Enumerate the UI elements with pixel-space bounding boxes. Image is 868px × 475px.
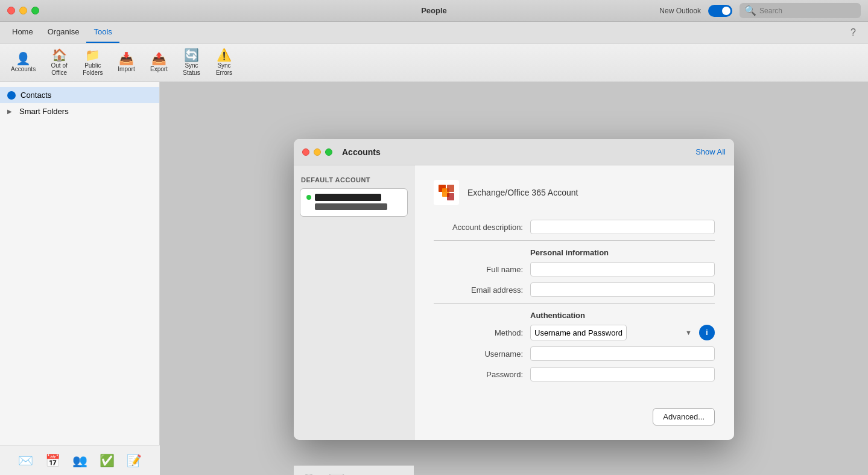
- accounts-icon: 👤: [16, 53, 31, 65]
- dialog-body: Default Account: [294, 165, 734, 440]
- nav-mail-icon[interactable]: ✉️: [18, 453, 33, 468]
- nav-tasks-icon[interactable]: ✅: [100, 453, 115, 468]
- traffic-lights[interactable]: [7, 7, 39, 14]
- account-description-input[interactable]: [530, 220, 715, 234]
- account-name-redacted: [315, 194, 381, 201]
- dialog-right-panel: Exchange/Office 365 Account Account desc…: [414, 165, 734, 440]
- method-select[interactable]: Username and Password OAuth2 Kerberos: [530, 325, 627, 340]
- account-group-label: Default Account: [294, 173, 414, 186]
- sidebar-item-smart-folders[interactable]: ▶ Smart Folders: [0, 103, 159, 120]
- method-select-wrapper: Username and Password OAuth2 Kerberos ▼: [530, 325, 695, 340]
- chevron-down-icon: ▼: [685, 329, 692, 336]
- svg-rect-5: [447, 193, 454, 200]
- export-icon: 📤: [151, 53, 166, 65]
- tab-organise[interactable]: Organise: [40, 22, 87, 43]
- password-label: Password:: [434, 370, 530, 379]
- account-email-redacted: [315, 203, 387, 210]
- office365-icon: [434, 180, 459, 205]
- account-type-header: Exchange/Office 365 Account: [434, 180, 715, 205]
- toolbar-btn-export[interactable]: 📤 Export: [144, 49, 174, 77]
- public-folders-icon: 📁: [85, 49, 100, 61]
- full-name-input[interactable]: [530, 262, 715, 276]
- advanced-button[interactable]: Advanced...: [653, 408, 715, 426]
- new-outlook-label: New Outlook: [659, 7, 701, 15]
- search-bar[interactable]: 🔍: [740, 3, 861, 18]
- form-personal-info-section: Personal information: [434, 248, 715, 257]
- sidebar-item-contacts-label: Contacts: [21, 91, 51, 100]
- minimize-button[interactable]: [19, 7, 27, 14]
- authentication-label: Authentication: [530, 311, 585, 320]
- info-icon: i: [706, 328, 708, 337]
- nav-people-icon[interactable]: 👥: [72, 453, 87, 468]
- title-bar: People New Outlook 🔍: [0, 0, 868, 22]
- svg-rect-4: [447, 185, 454, 192]
- toolbar: 👤 Accounts 🏠 Out of Office 📁 Public Fold…: [0, 43, 868, 82]
- tab-home[interactable]: Home: [5, 22, 40, 43]
- dialog-max-button[interactable]: [325, 148, 332, 156]
- main-layout: Contacts ▶ Smart Folders ✉️ 📅 👥 ✅ 📝: [0, 82, 868, 475]
- password-input[interactable]: [530, 367, 715, 381]
- import-icon: 📥: [119, 53, 134, 65]
- account-type-label: Exchange/Office 365 Account: [467, 188, 578, 197]
- toolbar-tabs: Home Organise Tools ?: [0, 22, 868, 43]
- toolbar-btn-out-of-office[interactable]: 🏠 Out of Office: [44, 45, 74, 80]
- dialog-traffic-lights[interactable]: [302, 148, 332, 156]
- full-name-label: Full name:: [434, 265, 530, 274]
- sync-status-icon: 🔄: [184, 49, 199, 61]
- form-row-full-name: Full name:: [434, 262, 715, 276]
- help-icon[interactable]: ?: [843, 27, 863, 38]
- sidebar-item-contacts[interactable]: Contacts: [0, 87, 159, 103]
- email-address-input[interactable]: [530, 282, 715, 297]
- maximize-button[interactable]: [31, 7, 39, 14]
- account-email: [306, 203, 401, 211]
- account-list-item[interactable]: [300, 188, 408, 217]
- dialog-overlay: Accounts Show All Default Account: [160, 82, 868, 475]
- close-button[interactable]: [7, 7, 15, 14]
- account-description-label: Account description:: [434, 223, 530, 232]
- search-input[interactable]: [759, 7, 856, 15]
- form-row-password: Password:: [434, 367, 715, 381]
- chevron-right-icon: ▶: [7, 108, 14, 115]
- dialog-close-button[interactable]: [302, 148, 309, 156]
- dialog-titlebar: Accounts Show All: [294, 139, 734, 165]
- username-input[interactable]: [530, 346, 715, 361]
- form-row-username: Username:: [434, 346, 715, 361]
- search-icon: 🔍: [744, 5, 756, 16]
- out-of-office-icon: 🏠: [52, 49, 67, 61]
- personal-info-label: Personal information: [530, 248, 609, 257]
- account-item-name: [306, 194, 401, 201]
- form-auth-section: Authentication: [434, 311, 715, 320]
- form-divider-auth: [434, 303, 715, 304]
- sync-errors-icon: ⚠️: [217, 49, 232, 61]
- show-all-button[interactable]: Show All: [695, 147, 726, 156]
- account-status-dot: [306, 195, 311, 200]
- sidebar: Contacts ▶ Smart Folders ✉️ 📅 👥 ✅ 📝: [0, 82, 160, 475]
- sidebar-item-smart-folders-label: Smart Folders: [19, 107, 69, 116]
- form-divider-personal: [434, 240, 715, 241]
- form-row-email: Email address:: [434, 282, 715, 297]
- form-row-account-desc: Account description:: [434, 220, 715, 234]
- username-label: Username:: [434, 349, 530, 359]
- contacts-dot: [7, 91, 16, 100]
- tab-tools[interactable]: Tools: [86, 22, 119, 43]
- method-label: Method:: [434, 328, 530, 337]
- toolbar-btn-import[interactable]: 📥 Import: [112, 49, 142, 77]
- dialog-min-button[interactable]: [314, 148, 321, 156]
- toolbar-btn-accounts[interactable]: 👤 Accounts: [5, 49, 42, 77]
- email-address-label: Email address:: [434, 285, 530, 295]
- toolbar-btn-public-folders[interactable]: 📁 Public Folders: [77, 45, 109, 80]
- form-row-method: Method: Username and Password OAuth2 Ker…: [434, 325, 715, 340]
- nav-notes-icon[interactable]: 📝: [127, 453, 142, 468]
- toolbar-btn-sync-errors[interactable]: ⚠️ Sync Errors: [209, 45, 239, 80]
- accounts-dialog: Accounts Show All Default Account: [294, 139, 734, 440]
- toolbar-btn-sync-status[interactable]: 🔄 Sync Status: [177, 45, 207, 80]
- app-title: People: [421, 6, 447, 15]
- dialog-title: Accounts: [342, 147, 381, 157]
- titlebar-right: New Outlook 🔍: [659, 3, 861, 18]
- new-outlook-toggle[interactable]: [708, 5, 732, 17]
- method-info-button[interactable]: i: [699, 325, 715, 340]
- nav-calendar-icon[interactable]: 📅: [45, 453, 60, 468]
- bottom-nav: ✉️ 📅 👥 ✅ 📝: [0, 445, 160, 475]
- dialog-left-panel: Default Account: [294, 165, 414, 440]
